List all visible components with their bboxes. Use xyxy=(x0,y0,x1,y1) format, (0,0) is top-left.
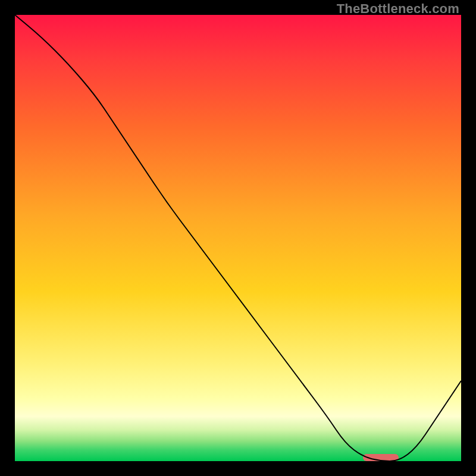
chart-frame xyxy=(15,15,461,461)
bottleneck-chart xyxy=(15,15,461,461)
chart-background xyxy=(15,15,461,461)
